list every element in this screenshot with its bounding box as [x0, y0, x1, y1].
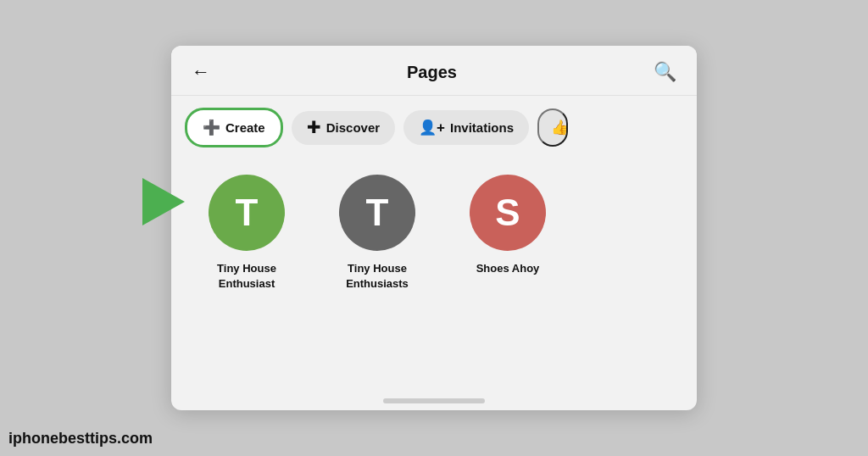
page-item-label: Shoes Ahoy [476, 261, 540, 276]
tab-create-label: Create [225, 120, 265, 135]
back-button[interactable]: ← [192, 61, 210, 83]
invitations-icon: 👤+ [419, 119, 445, 136]
tab-row: ➕ Create 🞣 Discover 👤+ Invitations 👍 [171, 96, 697, 158]
page-title: Pages [407, 63, 457, 82]
bottom-bar [383, 398, 485, 403]
tab-liked[interactable]: 👍 [537, 108, 568, 147]
list-item[interactable]: S Shoes Ahoy [453, 175, 563, 378]
create-icon: ➕ [203, 119, 220, 136]
watermark: iphonebesttips.com [8, 430, 153, 448]
discover-icon: 🞣 [307, 120, 321, 136]
avatar: S [470, 175, 546, 251]
list-item[interactable]: T Tiny HouseEnthusiast [192, 175, 302, 378]
tab-invitations[interactable]: 👤+ Invitations [403, 110, 529, 145]
tab-discover-label: Discover [326, 120, 380, 135]
avatar: T [209, 175, 285, 251]
tab-invitations-label: Invitations [450, 120, 514, 135]
page-item-label: Tiny HouseEnthusiast [217, 261, 276, 291]
liked-icon: 👍 [551, 119, 568, 136]
green-arrow [142, 178, 185, 225]
search-icon[interactable]: 🔍 [654, 61, 676, 83]
tab-discover[interactable]: 🞣 Discover [292, 111, 395, 145]
avatar: T [339, 175, 415, 251]
page-item-label: Tiny HouseEnthusiasts [346, 261, 409, 291]
phone-panel: ← Pages 🔍 ➕ Create 🞣 Discover 👤+ Invitat… [171, 46, 697, 410]
tab-create[interactable]: ➕ Create [185, 108, 283, 147]
pages-grid: T Tiny HouseEnthusiast T Tiny HouseEnthu… [171, 158, 697, 398]
list-item[interactable]: T Tiny HouseEnthusiasts [322, 175, 432, 378]
header: ← Pages 🔍 [171, 46, 697, 96]
